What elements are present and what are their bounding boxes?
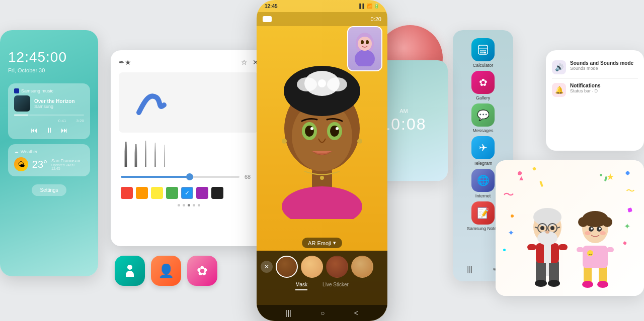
pen-tool-1 [124, 142, 128, 167]
app-icon-fitness[interactable] [115, 256, 145, 286]
music-artist: Samsung [34, 104, 75, 109]
drawing-tool-card: ✒★ ☆ ✕ [111, 50, 267, 246]
nav-home-button[interactable]: ○ [320, 309, 325, 317]
svg-point-13 [318, 79, 326, 87]
app-item-calculator[interactable]: Calculator [457, 38, 509, 68]
music-elapsed: 0:41 [58, 119, 66, 123]
color-black[interactable] [211, 187, 223, 199]
notif-item-sounds[interactable]: 🔊 Sounds and Sounds mode Sounds mode [552, 56, 638, 79]
old-man-character [525, 203, 570, 291]
settings-button[interactable]: Settings [32, 184, 66, 196]
prev-button[interactable]: ⏮ [31, 126, 38, 134]
confetti-3 [600, 174, 602, 176]
tools-row [119, 141, 259, 167]
svg-point-37 [548, 280, 560, 287]
nav-menu-button[interactable]: ||| [286, 309, 291, 317]
music-title: Over the Horizon [34, 98, 75, 104]
flower-icon: ✿ [197, 263, 208, 279]
weather-city: San Francisco [51, 158, 84, 163]
tab-live-sticker[interactable]: Live Sticker [323, 282, 349, 290]
drawing-header-right: ☆ ✕ [241, 58, 259, 66]
dot-4[interactable] [193, 204, 195, 206]
emoji-tabs-row: Mask Live Sticker [261, 282, 383, 290]
calculator-label: Calculator [473, 63, 494, 68]
pen-star-icon[interactable]: ✒★ [119, 58, 131, 66]
music-time: 0:41 3:20 [14, 119, 84, 123]
svg-point-53 [582, 281, 593, 288]
size-slider[interactable] [121, 176, 239, 178]
dot-2[interactable] [183, 204, 185, 206]
ar-emoji-chevron: ▾ [333, 240, 336, 246]
svg-rect-69 [607, 247, 614, 252]
svg-point-60 [578, 217, 588, 227]
emoji-close-button[interactable]: ✕ [261, 261, 273, 273]
color-palette [119, 187, 259, 199]
tool-item-2[interactable] [134, 144, 138, 167]
svg-point-19 [336, 127, 339, 130]
app-icon-contacts[interactable]: 👤 [151, 256, 181, 286]
color-purple[interactable] [196, 187, 208, 199]
tab-mask[interactable]: Mask [295, 282, 307, 290]
app-icon-gallery2[interactable]: ✿ [187, 256, 217, 286]
svg-rect-55 [583, 246, 608, 268]
app-item-messages[interactable]: 💬 Messages [457, 103, 509, 133]
weather-info-row: 🌤 23° San Francisco Updated 24/09 12:45 [14, 157, 84, 171]
tool-item-4[interactable] [153, 143, 157, 167]
svg-point-26 [482, 50, 484, 52]
tool-item-5[interactable] [163, 145, 166, 167]
nav-back-button[interactable]: < [354, 309, 358, 317]
dot-5[interactable] [198, 204, 200, 206]
confetti-9 [539, 180, 543, 187]
ar-emoji-label[interactable]: AR Emoji ▾ [302, 238, 342, 248]
weather-sun-icon: 🌤 [14, 157, 28, 171]
music-progress-bar[interactable] [14, 115, 84, 116]
color-red[interactable] [121, 187, 133, 199]
svg-point-22 [320, 176, 324, 180]
tool-item-3[interactable] [144, 141, 147, 167]
color-blue-selected[interactable] [181, 187, 193, 199]
weather-source-label: Weather [21, 149, 38, 154]
notif-bell-title: Notifications [570, 83, 601, 88]
color-yellow[interactable] [151, 187, 163, 199]
svg-point-12 [327, 77, 347, 91]
center-phone: 12:45 ▌▌ 📶 🔋 0:20 [257, 0, 387, 321]
pen-tool-2 [134, 144, 138, 167]
app-item-gallery[interactable]: ✿ Gallery [457, 71, 509, 100]
telegram-icon: ✈ [471, 136, 495, 159]
dot-1[interactable] [178, 204, 180, 206]
video-call-icon [263, 16, 272, 22]
page-dots [119, 204, 259, 206]
clock-date: Fri, October 30 [8, 67, 90, 73]
weather-source-icon: ☁ [14, 149, 19, 154]
weather-updated: Updated 24/09 12:45 [51, 163, 84, 170]
weather-source-row: ☁ Weather [14, 149, 84, 154]
emoji-avatar-1[interactable] [276, 256, 298, 278]
drawing-canvas[interactable] [119, 72, 259, 133]
color-orange[interactable] [136, 187, 148, 199]
emoji-avatar-2[interactable] [301, 256, 323, 278]
star-favorite-icon[interactable]: ☆ [241, 58, 248, 66]
apps-menu-icon[interactable]: ||| [467, 265, 472, 273]
young-girl-character [575, 208, 615, 291]
notif-item-notifications[interactable]: 🔔 Notifications Status bar · D [552, 79, 638, 101]
next-button[interactable]: ⏭ [61, 126, 68, 134]
svg-point-4 [366, 40, 369, 44]
fitness-person-shape [126, 265, 134, 277]
dot-3-active[interactable] [188, 204, 190, 206]
main-scene: 12:45:00 Fri, October 30 Samsung music O… [0, 0, 644, 321]
call-timer-value: 0:20 [371, 16, 381, 22]
notif-sounds-text: Sounds and Sounds mode Sounds mode [570, 60, 633, 71]
clock-lockscreen-card: 12:45:00 Fri, October 30 Samsung music O… [0, 30, 98, 276]
emoji-avatar-3[interactable] [326, 256, 348, 278]
music-widget: Samsung music Over the Horizon Samsung 0… [8, 83, 90, 139]
tool-item-1[interactable] [124, 142, 128, 167]
emoji-avatars-row: ✕ [261, 256, 383, 278]
star-deco-3: ★ [606, 171, 614, 182]
color-green[interactable] [166, 187, 178, 199]
caller-person-image [348, 27, 381, 70]
spiral-1: 〜 [503, 187, 514, 202]
svg-rect-35 [544, 243, 551, 263]
emoji-avatar-4[interactable] [351, 256, 373, 278]
svg-rect-30 [484, 52, 486, 54]
pause-button[interactable]: ⏸ [46, 126, 53, 134]
